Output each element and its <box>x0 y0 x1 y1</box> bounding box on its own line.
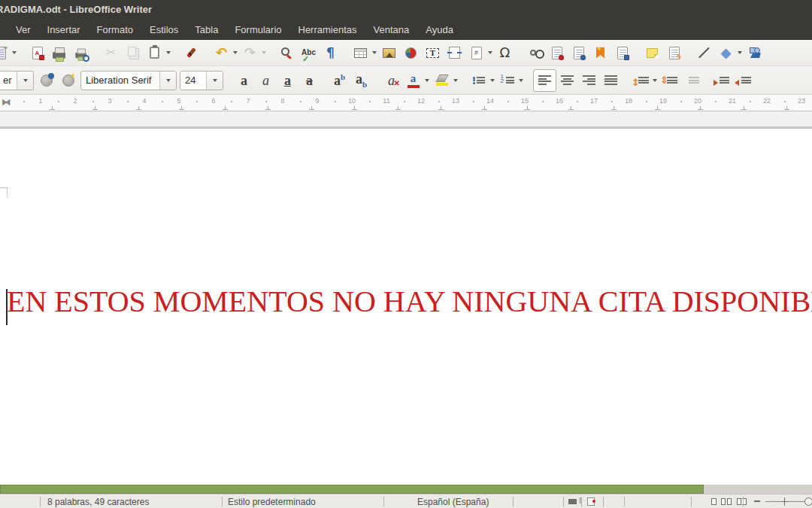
print-preview-button[interactable] <box>70 41 92 64</box>
new-style-button[interactable]: ✦ <box>57 69 79 92</box>
paragraph-style-value[interactable]: er <box>0 75 17 86</box>
bold-button[interactable]: a <box>233 69 255 92</box>
insert-bookmark-button[interactable]: ✦ <box>589 41 611 64</box>
insert-field-button[interactable]: # <box>465 41 494 64</box>
copy-button[interactable] <box>122 41 144 64</box>
dropdown-caret-icon[interactable] <box>488 51 492 54</box>
find-replace-button[interactable] <box>276 41 298 64</box>
track-changes-button[interactable]: ✎ <box>663 41 685 64</box>
insert-cross-reference-button[interactable] <box>611 41 633 64</box>
numbered-list-button[interactable] <box>496 69 525 92</box>
clone-formatting-button[interactable] <box>180 41 202 64</box>
insert-endnote-button[interactable] <box>568 41 589 64</box>
justify-button[interactable] <box>600 69 622 92</box>
insert-special-character-button[interactable]: Ω <box>494 41 516 64</box>
strikethrough-button[interactable]: a <box>298 69 320 92</box>
insert-chart-button[interactable] <box>400 41 422 64</box>
menu-formato[interactable]: Formato <box>89 21 141 38</box>
menu-insertar[interactable]: Insertar <box>39 21 89 38</box>
align-center-button[interactable] <box>556 69 578 92</box>
track-changes-status-icon[interactable] <box>587 497 595 506</box>
document-page[interactable]: EN ESTOS MOMENTOS NO HAY NINGUNA CITA DI… <box>0 129 812 485</box>
insert-textbox-button[interactable]: T <box>422 41 444 64</box>
dropdown-caret-icon[interactable] <box>372 51 377 54</box>
clear-formatting-button[interactable]: a✕ <box>380 69 402 92</box>
word-count[interactable]: 8 palabras, 49 caracteres <box>47 497 149 507</box>
line-spacing-button[interactable]: ↕ <box>630 69 659 92</box>
insert-line-button[interactable] <box>693 41 715 64</box>
export-pdf-button[interactable]: A <box>26 41 48 64</box>
dropdown-caret-icon[interactable] <box>12 51 17 54</box>
highlight-color-button[interactable] <box>431 69 459 92</box>
font-size-value[interactable]: 24 <box>180 75 206 86</box>
multi-page-view-icon[interactable] <box>721 498 726 505</box>
font-name-combo[interactable]: Liberation Serif <box>80 71 177 90</box>
menu-ventana[interactable]: Ventana <box>365 21 418 38</box>
dropdown-caret-icon[interactable] <box>453 79 458 82</box>
ruler[interactable]: ⧓ 1234567891011121314151617181920212223 <box>0 95 812 111</box>
dropdown-caret-icon[interactable] <box>738 51 742 54</box>
font-name-dropdown-button[interactable] <box>159 71 176 90</box>
superscript-button[interactable]: ab <box>329 69 350 92</box>
font-color-button[interactable]: a <box>402 69 431 92</box>
dropdown-caret-icon[interactable] <box>519 79 523 82</box>
font-name-value[interactable]: Liberation Serif <box>81 75 159 86</box>
tab-stop-type-selector[interactable]: ⧓ <box>2 96 11 108</box>
align-right-button[interactable] <box>578 69 600 92</box>
insert-table-button[interactable] <box>350 41 378 64</box>
decrease-paragraph-spacing-button[interactable] <box>680 69 702 92</box>
zoom-out-icon[interactable] <box>754 500 760 502</box>
insert-comment-button[interactable] <box>641 41 663 64</box>
page-style[interactable]: Estilo predeterminado <box>228 497 316 507</box>
redo-button[interactable]: ↷ <box>239 41 268 64</box>
document-text[interactable]: EN ESTOS MOMENTOS NO HAY NINGUNA CITA DI… <box>7 284 812 319</box>
horizontal-scrollbar-thumb[interactable] <box>0 485 704 494</box>
dropdown-caret-icon[interactable] <box>490 79 495 82</box>
font-size-dropdown-button[interactable] <box>206 71 223 90</box>
insert-hyperlink-button[interactable] <box>524 41 546 64</box>
undo-button[interactable]: ↶ <box>211 41 239 64</box>
book-view-icon[interactable] <box>737 498 741 505</box>
selection-mode-icon[interactable] <box>568 499 577 504</box>
update-style-button[interactable] <box>35 69 57 92</box>
multi-page-view-icon[interactable] <box>727 498 732 505</box>
increase-paragraph-spacing-button[interactable]: ⇕ <box>659 69 680 92</box>
single-page-view-icon[interactable] <box>711 498 717 505</box>
dropdown-caret-icon[interactable] <box>233 51 238 54</box>
basic-shapes-button[interactable]: ◆ <box>715 41 744 64</box>
cut-button[interactable]: ✂ <box>100 41 122 64</box>
decrease-indent-button[interactable] <box>732 69 754 92</box>
text-language[interactable]: Español (España) <box>417 497 489 507</box>
underline-button[interactable]: a <box>277 69 298 92</box>
insert-image-button[interactable] <box>378 41 400 64</box>
insert-page-break-button[interactable] <box>444 41 465 64</box>
dropdown-caret-icon[interactable] <box>653 79 657 82</box>
font-size-combo[interactable]: 24 <box>180 71 223 90</box>
menu-ver[interactable]: Ver <box>8 21 39 38</box>
dropdown-caret-icon[interactable] <box>262 51 266 54</box>
formatting-marks-button[interactable]: ¶ <box>320 41 341 64</box>
menu-formulario[interactable]: Formulario <box>226 21 289 38</box>
zoom-slider-track[interactable] <box>765 501 810 502</box>
zoom-slider[interactable] <box>752 494 812 508</box>
paragraph-style-dropdown-button[interactable] <box>17 71 33 90</box>
paste-button[interactable] <box>144 41 172 64</box>
menu-tabla[interactable]: Tabla <box>186 21 226 38</box>
bullet-list-button[interactable] <box>468 69 496 92</box>
menu-herramientas[interactable]: Herramientas <box>290 21 365 38</box>
increase-indent-button[interactable] <box>710 69 732 92</box>
subscript-button[interactable]: ab <box>350 69 372 92</box>
spelling-button[interactable]: Abc✓ <box>298 41 320 64</box>
menu-estilos[interactable]: Estilos <box>141 21 186 38</box>
align-left-button[interactable] <box>533 69 556 92</box>
insert-footnote-button[interactable] <box>546 41 568 64</box>
menu-ayuda[interactable]: Ayuda <box>417 21 462 38</box>
paragraph-style-combo[interactable]: er <box>0 71 34 90</box>
dropdown-caret-icon[interactable] <box>166 51 171 54</box>
symbol-shapes-button[interactable] <box>744 41 765 64</box>
horizontal-scrollbar[interactable] <box>0 485 812 494</box>
italic-button[interactable]: a <box>255 69 277 92</box>
print-button[interactable] <box>48 41 70 64</box>
dropdown-caret-icon[interactable] <box>425 79 429 82</box>
new-document-button[interactable]: ✦ <box>0 41 18 64</box>
